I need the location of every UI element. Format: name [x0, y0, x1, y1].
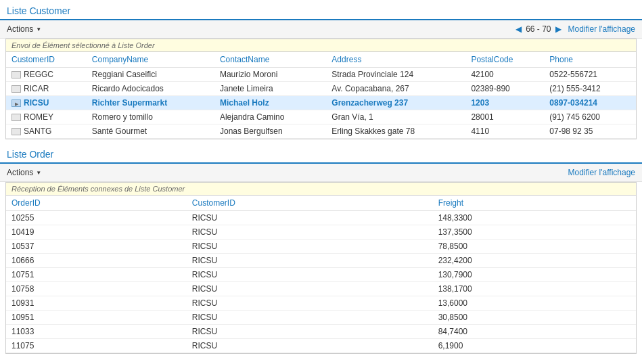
table-row[interactable]: SANTGSanté GourmetJonas BergulfsenErling… [6, 124, 636, 139]
customer-row-address: Grenzacherweg 237 [326, 96, 465, 110]
customer-row-address: Strada Provinciale 124 [326, 68, 465, 82]
customer-row-company: Reggiani Caseifici [87, 68, 214, 82]
company-link[interactable]: Richter Supermarkt [92, 98, 167, 108]
order-toolbar: Actions ▼ Modifier l'affichage [0, 164, 642, 182]
row-icon [12, 85, 21, 93]
postal-link[interactable]: 1203 [471, 98, 489, 108]
order-row-freight: 84,7400 [433, 325, 636, 339]
order-row-id: 10758 [6, 282, 187, 296]
table-row[interactable]: 10419RICSU137,3500 [6, 225, 636, 240]
customer-row-postal: 28001 [465, 110, 544, 124]
customer-pagination: ◀ 66 - 70 ▶ [515, 24, 561, 34]
order-row-id: 10666 [6, 254, 187, 268]
order-row-id: 10255 [6, 211, 187, 225]
order-row-customer: RICSU [187, 254, 433, 268]
order-col-freight[interactable]: Freight [433, 196, 636, 211]
order-row-customer: RICSU [187, 211, 433, 225]
order-row-id: 10931 [6, 296, 187, 311]
customer-row-company: Richter Supermarkt [87, 96, 214, 110]
customer-id-link[interactable]: RICSU [24, 98, 49, 108]
order-row-customer: RICSU [187, 296, 433, 311]
customer-row-address: Av. Copacabana, 267 [326, 82, 465, 96]
order-row-freight: 30,8500 [433, 311, 636, 325]
order-col-customer[interactable]: CustomerID [187, 196, 433, 211]
row-icon [12, 114, 21, 121]
table-row[interactable]: 10951RICSU30,8500 [6, 311, 636, 325]
order-row-id: 10951 [6, 311, 187, 325]
row-icon [12, 128, 21, 135]
customer-modify-link[interactable]: Modifier l'affichage [568, 24, 635, 34]
order-row-customer: RICSU [187, 282, 433, 296]
customer-table-section: Envoi de Élément sélectionné à Liste Ord… [5, 39, 637, 139]
customer-col-address[interactable]: Address [326, 52, 465, 68]
table-row[interactable]: 10751RICSU130,7900 [6, 268, 636, 282]
order-table-section: Réception de Éléments connexes de Liste … [5, 182, 637, 354]
customer-row-address: Erling Skakkes gate 78 [326, 124, 465, 139]
customer-row-id[interactable]: SANTG [6, 124, 87, 139]
address-link[interactable]: Grenzacherweg 237 [331, 98, 408, 108]
customer-row-company: Romero y tomillo [87, 110, 214, 124]
table-row[interactable]: 10758RICSU138,1700 [6, 282, 636, 296]
customer-row-postal: 4110 [465, 124, 544, 139]
customer-row-id[interactable]: REGGC [6, 68, 87, 82]
customer-col-id[interactable]: CustomerID [6, 52, 87, 68]
customer-pagination-range: 66 - 70 [526, 24, 551, 34]
order-row-freight: 148,3300 [433, 211, 636, 225]
order-row-freight: 78,8500 [433, 240, 636, 254]
order-row-customer: RICSU [187, 311, 433, 325]
customer-row-id[interactable]: ROMEY [6, 110, 87, 124]
order-row-id: 11033 [6, 325, 187, 339]
customer-row-company: Santé Gourmet [87, 124, 214, 139]
row-icon [12, 71, 21, 78]
customer-col-postal[interactable]: PostalCode [465, 52, 544, 68]
table-row[interactable]: 10666RICSU232,4200 [6, 254, 636, 268]
customer-row-postal: 42100 [465, 68, 544, 82]
table-row[interactable]: 11075RICSU6,1900 [6, 339, 636, 353]
order-row-freight: 6,1900 [433, 339, 636, 353]
order-modify-link[interactable]: Modifier l'affichage [568, 168, 635, 177]
order-row-id: 10751 [6, 268, 187, 282]
row-icon: ▶ [12, 99, 21, 107]
customer-prev-arrow-icon[interactable]: ◀ [515, 24, 522, 34]
customer-row-postal: 02389-890 [465, 82, 544, 96]
customer-row-contact: Michael Holz [214, 96, 326, 110]
contact-link[interactable]: Michael Holz [220, 98, 269, 108]
order-actions-button[interactable]: Actions ▼ [7, 168, 41, 177]
order-actions-label: Actions [7, 168, 33, 177]
table-row[interactable]: 10931RICSU13,6000 [6, 296, 636, 311]
customer-col-contact[interactable]: ContactName [214, 52, 326, 68]
phone-link[interactable]: 0897-034214 [549, 98, 597, 108]
customer-row-phone: 0522-556721 [544, 68, 636, 82]
order-row-freight: 137,3500 [433, 225, 636, 240]
order-table-caption: Réception de Éléments connexes de Liste … [6, 183, 636, 196]
customer-actions-button[interactable]: Actions ▼ [7, 24, 41, 34]
order-row-id: 10537 [6, 240, 187, 254]
order-row-customer: RICSU [187, 240, 433, 254]
liste-order-section: Liste Order Actions ▼ Modifier l'afficha… [0, 143, 642, 354]
customer-row-id[interactable]: ▶RICSU [6, 96, 87, 110]
order-row-freight: 13,6000 [433, 296, 636, 311]
table-row[interactable]: ROMEYRomero y tomilloAlejandra CaminoGra… [6, 110, 636, 124]
table-row[interactable]: 10255RICSU148,3300 [6, 211, 636, 225]
customer-col-company[interactable]: CompanyName [87, 52, 214, 68]
order-col-id[interactable]: OrderID [6, 196, 187, 211]
order-row-customer: RICSU [187, 339, 433, 353]
table-row[interactable]: ▶RICSURichter SupermarktMichael HolzGren… [6, 96, 636, 110]
customer-col-phone[interactable]: Phone [544, 52, 636, 68]
table-row[interactable]: 11033RICSU84,7400 [6, 325, 636, 339]
table-row[interactable]: REGGCReggiani CaseificiMaurizio MoroniSt… [6, 68, 636, 82]
order-row-customer: RICSU [187, 325, 433, 339]
customer-table-caption: Envoi de Élément sélectionné à Liste Ord… [6, 39, 636, 52]
customer-row-id[interactable]: RICAR [6, 82, 87, 96]
liste-customer-title: Liste Customer [0, 0, 642, 20]
order-row-freight: 232,4200 [433, 254, 636, 268]
order-actions-arrow-icon: ▼ [36, 170, 41, 176]
customer-table-header-row: CustomerID CompanyName ContactName Addre… [6, 52, 636, 68]
customer-next-arrow-icon[interactable]: ▶ [555, 24, 561, 34]
table-row[interactable]: 10537RICSU78,8500 [6, 240, 636, 254]
customer-row-phone: 07-98 92 35 [544, 124, 636, 139]
order-table: OrderID CustomerID Freight 10255RICSU148… [6, 196, 636, 353]
customer-actions-arrow-icon: ▼ [36, 26, 41, 32]
table-row[interactable]: RICARRicardo AdocicadosJanete LimeiraAv.… [6, 82, 636, 96]
order-row-freight: 130,7900 [433, 268, 636, 282]
